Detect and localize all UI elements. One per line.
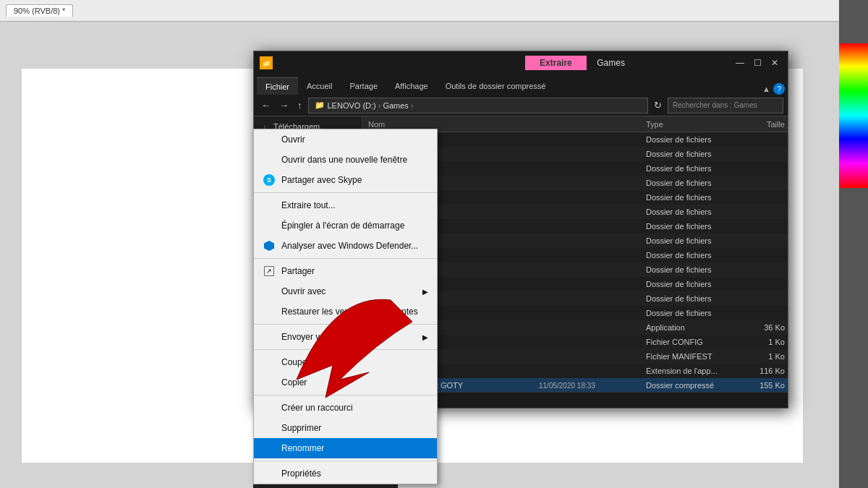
- window-title: Games: [597, 58, 625, 68]
- refresh-button[interactable]: ↻: [651, 98, 665, 112]
- maximize-button[interactable]: ☐: [750, 56, 765, 70]
- bg-top-bar: 90% (RVB/8) *: [0, 0, 839, 22]
- window-icon: 📁: [260, 56, 273, 69]
- ctx-ouvrir[interactable]: Ouvrir: [254, 129, 437, 150]
- close-button[interactable]: ✕: [767, 56, 782, 70]
- ctx-renommer[interactable]: Renommer: [254, 438, 437, 458]
- ctx-proprietes[interactable]: Propriétés: [254, 463, 437, 484]
- ctx-restaurer-icon: [263, 305, 276, 318]
- tab-outils[interactable]: Outils de dossier compressé: [437, 77, 555, 95]
- ctx-ouvrir-icon: [263, 133, 276, 146]
- tab-fichier[interactable]: Fichier: [257, 77, 298, 95]
- ctx-renommer-icon: [263, 442, 276, 455]
- help-button[interactable]: ?: [773, 83, 785, 95]
- path-segment-1[interactable]: LENOVO (D:): [328, 101, 376, 110]
- up-button[interactable]: ↑: [294, 98, 305, 112]
- title-bar-center: Extraire Games: [417, 56, 733, 70]
- ribbon-collapse-btn[interactable]: ▲: [762, 85, 770, 93]
- title-bar: 📁 Extraire Games — ☐ ✕: [254, 51, 788, 74]
- ctx-supprimer[interactable]: Supprimer: [254, 418, 437, 438]
- ctx-separator-1: [254, 192, 437, 193]
- skype-icon: S: [263, 174, 276, 187]
- back-button[interactable]: ←: [258, 98, 273, 112]
- minimize-button[interactable]: —: [733, 56, 747, 70]
- forward-button[interactable]: →: [276, 98, 292, 112]
- color-bar: [839, 43, 868, 188]
- tab-partage[interactable]: Partage: [341, 77, 386, 95]
- path-sep: ›: [378, 101, 381, 110]
- ctx-epingler-icon: [263, 219, 276, 232]
- ctx-arrow: ▶: [422, 288, 428, 296]
- tab-affichage[interactable]: Affichage: [386, 77, 437, 95]
- tab-accueil[interactable]: Accueil: [298, 77, 341, 95]
- address-path[interactable]: 📁 LENOVO (D:) › Games ›: [308, 98, 649, 114]
- ctx-separator-2: [254, 258, 437, 259]
- ctx-extraire[interactable]: Extraire tout...: [254, 195, 437, 215]
- col-header-name[interactable]: Nom: [362, 120, 536, 129]
- title-bar-controls: — ☐ ✕: [733, 56, 782, 70]
- address-bar: ← → ↑ 📁 LENOVO (D:) › Games › ↻ Recherch…: [254, 95, 788, 116]
- ctx-raccourci-icon: [263, 401, 276, 414]
- ctx-newfenetre-icon: [263, 153, 276, 166]
- ctx-copier-icon: [263, 376, 276, 389]
- ctx-epingler[interactable]: Épingler à l'écran de démarrage: [254, 215, 437, 236]
- ctx-envoyer-icon: [263, 330, 276, 343]
- ctx-partager[interactable]: ↗ Partager: [254, 261, 437, 281]
- ctx-partager-skype[interactable]: S Partager avec Skype: [254, 170, 437, 190]
- ribbon-bar-right: ▲ ?: [762, 83, 785, 95]
- ctx-envoyer-arrow: ▶: [422, 333, 428, 341]
- col-header-type[interactable]: Type: [643, 120, 737, 129]
- ctx-extraire-icon: [263, 199, 276, 212]
- right-panel: [839, 0, 868, 488]
- path-sep-2: ›: [411, 101, 414, 110]
- search-placeholder: Rechercher dans : Games: [673, 101, 757, 109]
- extract-button[interactable]: Extraire: [525, 56, 587, 70]
- ctx-separator-6: [254, 461, 437, 461]
- ctx-proprietes-icon: [263, 467, 276, 480]
- ctx-couper-icon: [263, 356, 276, 369]
- search-box[interactable]: Rechercher dans : Games: [668, 98, 783, 114]
- defender-icon: [263, 239, 276, 252]
- path-icon: 📁: [315, 100, 325, 110]
- ctx-supprimer-icon: [263, 421, 276, 435]
- path-segment-2[interactable]: Games: [383, 101, 408, 110]
- ctx-ouvriravec-icon: [263, 285, 276, 298]
- bg-app-tab[interactable]: 90% (RVB/8) *: [6, 4, 73, 17]
- title-bar-left: 📁: [260, 56, 417, 69]
- red-arrow: [275, 286, 420, 401]
- share-icon: ↗: [263, 265, 276, 278]
- ctx-ouvrir-fenetre[interactable]: Ouvrir dans une nouvelle fenêtre: [254, 150, 437, 170]
- col-header-size[interactable]: Taille: [737, 120, 788, 129]
- ribbon-tabs: Fichier Accueil Partage Affichage Outils…: [254, 74, 788, 95]
- ctx-analyser[interactable]: Analyser avec Windows Defender...: [254, 236, 437, 256]
